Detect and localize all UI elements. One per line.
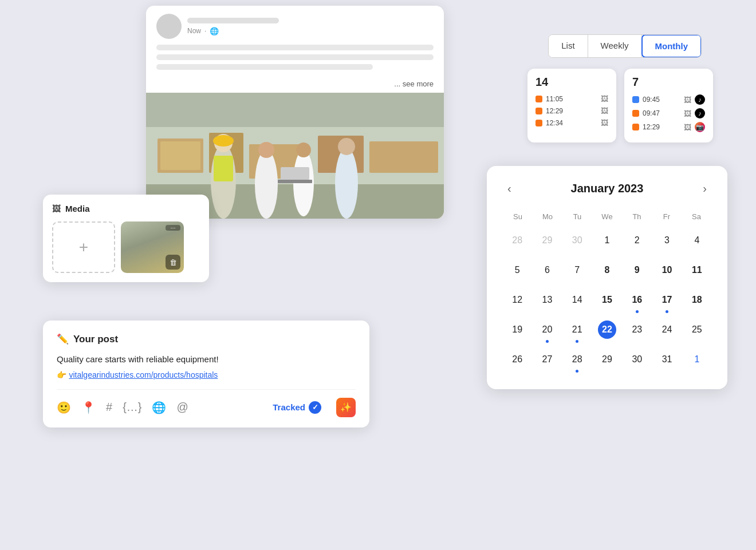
sched-time: 12:29 (643, 123, 680, 131)
magic-wand-button[interactable]: ✨ (336, 398, 356, 417)
avatar (156, 14, 182, 39)
calendar-day[interactable]: 13 (533, 287, 561, 316)
tab-weekly[interactable]: Weekly (588, 35, 642, 57)
calendar-day[interactable]: 28 (503, 228, 531, 256)
svg-rect-1 (146, 93, 444, 127)
prev-month-button[interactable]: ‹ (503, 180, 516, 197)
calendar-day[interactable]: 15 (593, 287, 621, 316)
calendar-day[interactable]: 2 (623, 228, 651, 256)
instagram-icon: 📷 (695, 122, 705, 132)
media-add-button[interactable]: + (52, 221, 115, 273)
post-text-placeholder (146, 45, 444, 80)
image-icon: 🖼 (684, 109, 691, 118)
media-content: + ··· 🗑 (52, 221, 200, 273)
weekday-su: Su (503, 210, 533, 223)
calendar-day[interactable]: 1 (593, 228, 621, 256)
sched-dot-orange (632, 110, 639, 117)
sched-time: 09:47 (643, 109, 680, 117)
post-name-line (187, 18, 279, 23)
weekday-mo: Mo (533, 210, 562, 223)
calendar-day[interactable]: 31 (652, 347, 681, 375)
tiktok-icon: ♪ (695, 108, 705, 118)
post-line (156, 64, 373, 70)
calendar-day[interactable]: 20 (533, 317, 561, 346)
sched-time: 09:45 (643, 96, 680, 104)
calendar-day[interactable]: 29 (533, 228, 561, 256)
delete-media-button[interactable]: 🗑 (166, 255, 180, 270)
post-line (156, 45, 434, 50)
next-month-button[interactable]: › (698, 180, 711, 197)
calendar-day[interactable]: 10 (652, 258, 681, 286)
day-number: 7 (568, 261, 586, 279)
calendar-day[interactable]: 30 (623, 347, 651, 375)
calendar-day[interactable]: 19 (503, 317, 531, 346)
post-link[interactable]: vitalgearindustries.com/products/hospita… (69, 370, 218, 379)
day-number: 15 (598, 291, 616, 309)
calendar-day[interactable]: 9 (623, 258, 651, 286)
sched-date-7: 7 (632, 76, 705, 89)
tab-monthly[interactable]: Monthly (641, 34, 702, 58)
calendar-day[interactable]: 4 (683, 228, 711, 256)
image-icon: 🖼 (52, 204, 61, 213)
calendar-day[interactable]: 12 (503, 287, 531, 316)
day-number: 8 (598, 261, 616, 279)
tab-list[interactable]: List (549, 35, 588, 57)
calendar-day[interactable]: 29 (593, 347, 621, 375)
tracked-button[interactable]: Tracked ✓ (273, 401, 321, 414)
calendar-day[interactable]: 11 (683, 258, 711, 286)
day-number: 28 (568, 350, 586, 369)
day-number: 10 (658, 261, 676, 279)
your-post-card: ✏️ Your post Quality care starts with re… (43, 320, 369, 428)
post-title-label: Your post (73, 334, 118, 345)
event-dot (666, 310, 668, 313)
day-number: 14 (568, 291, 586, 309)
see-more-label[interactable]: ... see more (146, 80, 444, 93)
calendar-header: ‹ January 2023 › (503, 180, 711, 197)
post-emoji: 👉 (57, 370, 66, 379)
day-number: 27 (538, 350, 556, 369)
media-card-title: 🖼 Media (52, 204, 200, 213)
more-options-button[interactable]: ··· (166, 225, 180, 231)
day-number: 4 (688, 231, 706, 250)
calendar-day[interactable]: 28 (563, 347, 592, 375)
social-post-card: Now · 🌐 ... see more (146, 6, 444, 219)
day-number: 31 (658, 350, 676, 369)
mention-icon[interactable]: @ (176, 401, 188, 414)
sched-dot-blue (632, 96, 639, 103)
day-number: 9 (628, 261, 646, 279)
emoji-picker-icon[interactable]: 🙂 (57, 401, 71, 414)
calendar-day[interactable]: 30 (563, 228, 592, 256)
post-line (156, 54, 434, 60)
calendar-day[interactable]: 26 (503, 347, 531, 375)
calendar-day[interactable]: 21 (563, 317, 592, 346)
view-toggle: List Weekly Monthly (548, 34, 702, 58)
calendar-day[interactable]: 6 (533, 258, 561, 286)
calendar-day[interactable]: 1 (683, 347, 711, 375)
location-icon[interactable]: 📍 (81, 401, 96, 414)
calendar-day[interactable]: 27 (533, 347, 561, 375)
globe-icon[interactable]: 🌐 (152, 401, 166, 414)
image-icon: 🖼 (601, 94, 608, 103)
media-thumbnail: ··· 🗑 (121, 221, 184, 273)
calendar-day[interactable]: 7 (563, 258, 592, 286)
calendar-day[interactable]: 14 (563, 287, 592, 316)
svg-point-14 (258, 142, 274, 158)
day-number: 22 (598, 320, 616, 339)
calendar-day[interactable]: 3 (652, 228, 681, 256)
calendar-day[interactable]: 24 (652, 317, 681, 346)
variable-icon[interactable]: {…} (123, 401, 141, 414)
day-number: 26 (508, 350, 526, 369)
calendar-day[interactable]: 5 (503, 258, 531, 286)
svg-point-16 (296, 143, 311, 157)
calendar-day[interactable]: 16 (623, 287, 651, 316)
day-number: 1 (598, 231, 616, 250)
svg-rect-12 (214, 156, 233, 181)
calendar-day[interactable]: 22 (593, 317, 621, 346)
hashtag-icon[interactable]: # (106, 401, 112, 414)
event-dot (636, 310, 639, 313)
calendar-day[interactable]: 17 (652, 287, 681, 316)
calendar-day[interactable]: 8 (593, 258, 621, 286)
calendar-day[interactable]: 25 (683, 317, 711, 346)
calendar-day[interactable]: 23 (623, 317, 651, 346)
calendar-day[interactable]: 18 (683, 287, 711, 316)
